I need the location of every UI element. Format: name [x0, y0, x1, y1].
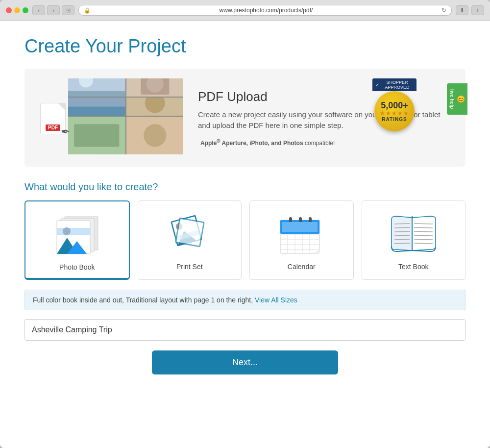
photo-book-icon	[48, 209, 106, 258]
view-all-sizes-link[interactable]: View All Sizes	[255, 296, 297, 304]
photo-5	[68, 117, 125, 154]
photo-4	[126, 98, 184, 116]
apple-compat-text: Apple® Aperture, iPhoto, and Photos comp…	[200, 138, 335, 147]
pdf-banner: PDF ✒	[24, 69, 466, 167]
svg-line-48	[414, 227, 433, 228]
next-button[interactable]: Next...	[152, 350, 338, 374]
print-set-icon	[160, 209, 219, 258]
sa-stars: ★★★★★	[380, 110, 409, 117]
info-bar: Full color book inside and out, Traditio…	[24, 290, 466, 310]
live-help-button[interactable]: 😊 live help	[447, 83, 467, 115]
nav-buttons: ‹ › ⊡	[32, 5, 74, 15]
back-button[interactable]: ‹	[32, 5, 45, 15]
calendar-icon	[272, 209, 331, 258]
product-card-print-set[interactable]: Print Set	[138, 200, 242, 280]
reader-button[interactable]: ⊡	[62, 5, 74, 15]
svg-rect-11	[74, 124, 119, 147]
traffic-light-red[interactable]	[6, 7, 12, 13]
calendar-label: Calendar	[288, 263, 316, 271]
product-card-text-book[interactable]: Text Book	[362, 200, 466, 280]
photo-6	[126, 117, 184, 154]
svg-line-42	[394, 227, 410, 228]
live-help-emoji: 😊	[457, 95, 465, 103]
photo-2	[126, 78, 184, 97]
browser-window: ‹ › ⊡ 🔒 www.prestophoto.com/products/pdf…	[0, 0, 490, 448]
svg-line-50	[414, 235, 433, 236]
project-name-input[interactable]	[24, 319, 466, 341]
svg-line-43	[394, 231, 410, 232]
photo-3	[68, 98, 125, 116]
pen-icon: ✒	[61, 125, 70, 138]
sa-badge-label: ✓ SHOPPER APPROVED	[372, 78, 416, 91]
svg-line-41	[394, 224, 410, 224]
svg-rect-7	[68, 107, 125, 116]
browser-actions: ⬆ +	[456, 5, 484, 15]
svg-line-49	[414, 231, 433, 232]
info-bar-text: Full color book inside and out, Traditio…	[33, 296, 253, 304]
address-bar[interactable]: 🔒 www.prestophoto.com/products/pdf/ ↻	[78, 5, 452, 16]
svg-rect-2	[68, 91, 125, 97]
svg-line-46	[394, 243, 410, 244]
add-tab-button[interactable]: +	[471, 5, 484, 15]
pdf-label: PDF	[46, 124, 60, 131]
page-title: Create Your Project	[24, 36, 466, 57]
photo-1	[68, 78, 125, 97]
svg-line-52	[414, 243, 433, 244]
sa-count: 5,000+	[381, 101, 408, 110]
svg-rect-25	[175, 218, 204, 247]
traffic-lights	[6, 7, 28, 13]
photo-book-label: Photo Book	[59, 263, 95, 271]
sa-badge-text: SHOPPER APPROVED	[381, 80, 414, 90]
text-book-label: Text Book	[398, 263, 428, 271]
svg-line-47	[414, 224, 433, 224]
print-set-label: Print Set	[176, 263, 203, 271]
refresh-icon[interactable]: ↻	[441, 7, 446, 14]
product-card-calendar[interactable]: Calendar	[249, 200, 354, 280]
svg-line-51	[414, 239, 433, 240]
page-content: Create Your Project PDF ✒	[0, 21, 490, 448]
traffic-light-green[interactable]	[23, 7, 28, 13]
svg-rect-20	[57, 228, 90, 235]
svg-line-45	[394, 239, 410, 240]
product-card-photo-book[interactable]: Photo Book	[24, 200, 130, 280]
sa-ratings: RATINGS	[382, 117, 407, 122]
sa-gold-medal: 5,000+ ★★★★★ RATINGS	[374, 91, 415, 131]
text-book-icon	[384, 209, 443, 258]
lock-icon: 🔒	[84, 7, 91, 14]
svg-line-44	[394, 235, 410, 236]
forward-button[interactable]: ›	[47, 5, 60, 15]
shopper-approved-badge: ✓ SHOPPER APPROVED 5,000+ ★★★★★ RATINGS	[372, 78, 416, 131]
svg-rect-31	[282, 222, 318, 232]
share-button[interactable]: ⬆	[456, 5, 468, 15]
url-text: www.prestophoto.com/products/pdf/	[93, 7, 439, 14]
section-title: What would you like to create?	[24, 181, 466, 193]
live-help-label: live help	[449, 89, 455, 109]
traffic-light-yellow[interactable]	[14, 7, 20, 13]
svg-point-13	[144, 124, 166, 147]
pdf-image-area: PDF ✒	[36, 78, 183, 157]
apple-compat: Apple® Aperture, iPhoto, and Photos comp…	[198, 138, 454, 147]
browser-chrome: ‹ › ⊡ 🔒 www.prestophoto.com/products/pdf…	[0, 0, 490, 21]
product-cards: Photo Book	[24, 200, 466, 280]
